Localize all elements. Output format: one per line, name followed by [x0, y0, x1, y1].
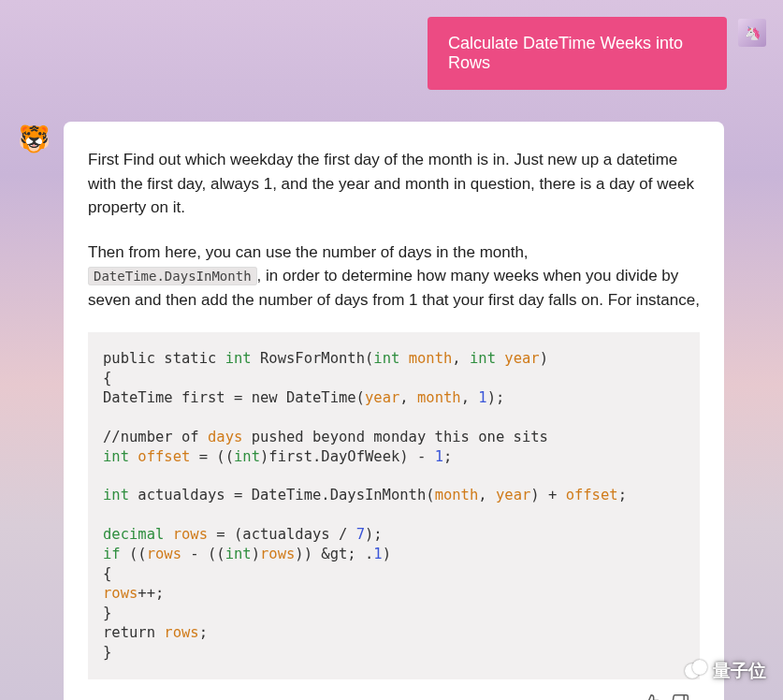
code-block: public static int RowsForMonth(int month… [88, 332, 700, 679]
user-message-bubble: Calculate DateTime Weeks into Rows [428, 17, 727, 90]
assistant-message-bubble: First Find out which weekday the first d… [64, 122, 724, 700]
feedback-row [88, 693, 690, 700]
inline-code: DateTime.DaysInMonth [88, 267, 257, 285]
p2-prefix: Then from here, you can use the number o… [88, 243, 529, 261]
user-avatar[interactable]: 🦄 [738, 19, 766, 47]
assistant-paragraph-1: First Find out which weekday the first d… [88, 148, 700, 220]
assistant-message-row: 🐯 First Find out which weekday the first… [17, 122, 766, 700]
watermark-text: 量子位 [713, 659, 766, 683]
assistant-avatar-emoji: 🐯 [18, 124, 51, 154]
watermark-icon [685, 660, 707, 682]
chat-area: Calculate DateTime Weeks into Rows 🦄 🐯 F… [0, 0, 783, 700]
user-message-text: Calculate DateTime Weeks into Rows [448, 34, 683, 72]
assistant-paragraph-2: Then from here, you can use the number o… [88, 241, 700, 313]
watermark: 量子位 [685, 659, 766, 683]
assistant-avatar[interactable]: 🐯 [17, 122, 51, 155]
thumbs-up-icon[interactable] [642, 693, 662, 700]
user-avatar-emoji: 🦄 [745, 25, 761, 40]
thumbs-down-icon[interactable] [670, 693, 690, 700]
user-message-row: Calculate DateTime Weeks into Rows 🦄 [17, 17, 766, 90]
